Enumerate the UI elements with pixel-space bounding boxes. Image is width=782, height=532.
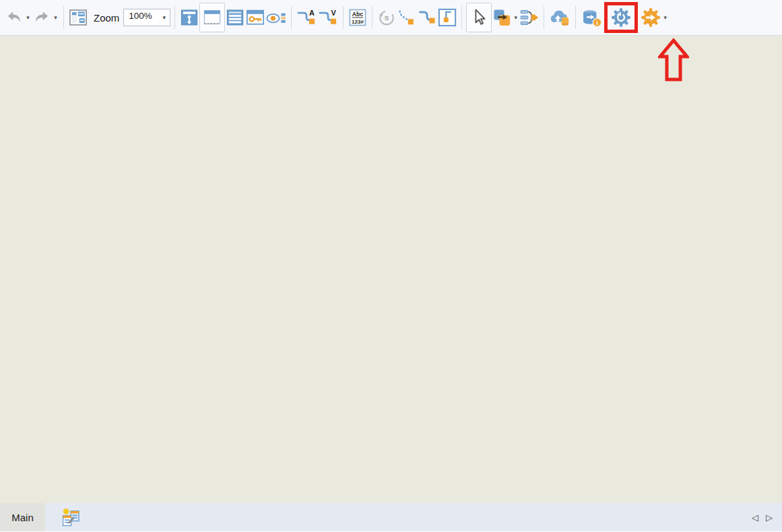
database-export-icon: i [580, 7, 603, 28]
page-nav-prev-icon[interactable]: ◁ [752, 512, 758, 523]
page-dashed-bottom-toggle[interactable] [199, 3, 225, 32]
toolbar-separator [575, 6, 576, 29]
format-123-text: 123# [352, 19, 364, 25]
text-number-format-button[interactable]: Abc 123# [348, 4, 368, 31]
tab-main[interactable]: Main [0, 503, 45, 531]
bands-list-icon [225, 7, 245, 28]
design-canvas[interactable] [0, 36, 782, 503]
undo-icon [5, 8, 24, 27]
toolbar-separator [63, 6, 64, 29]
solid-connector-button[interactable] [417, 4, 437, 31]
annotation-up-arrow [658, 38, 689, 81]
toolbar-separator [174, 6, 175, 29]
boxed-connector-icon [437, 7, 457, 28]
merge-icon [519, 7, 540, 28]
run-gear-dropdown-caret[interactable]: ▾ [661, 14, 669, 21]
solid-connector-icon [417, 7, 437, 28]
merge-button[interactable] [519, 4, 540, 31]
copy-forward-icon [492, 7, 512, 28]
route-down-letter: V [331, 9, 337, 17]
key-window-icon [245, 7, 265, 28]
band-fit-height-icon [179, 7, 199, 28]
panels-layout-button[interactable] [68, 4, 88, 31]
run-gear-icon [640, 7, 661, 28]
copy-forward-button[interactable] [492, 4, 512, 31]
toolbar-separator [372, 6, 372, 29]
route-up-letter: A [309, 9, 315, 17]
zoom-label: Zoom [94, 12, 119, 24]
page-dashed-bottom-icon [202, 7, 222, 28]
add-page-icon [60, 507, 82, 527]
route-down-connector-button[interactable]: V [317, 4, 339, 31]
database-info-badge: i [597, 19, 599, 26]
toolbar-separator [544, 6, 544, 29]
pointer-icon [469, 7, 489, 28]
dashed-connector-icon [397, 7, 417, 28]
zoom-combobox[interactable]: 100% ▾ [123, 9, 170, 26]
eye-preview-icon [265, 7, 287, 28]
toolbar-separator [291, 6, 292, 29]
zoom-value[interactable]: 100% [124, 9, 158, 26]
database-export-button[interactable]: i [580, 4, 603, 31]
page-nav-next-icon[interactable]: ▷ [766, 512, 773, 523]
annotation-highlight-box [604, 2, 638, 33]
page-nav: ◁ ▷ [752, 512, 773, 523]
route-down-connector-icon: V [317, 7, 339, 28]
loop-letter: S [385, 14, 389, 22]
copy-forward-dropdown-caret[interactable]: ▾ [512, 14, 519, 21]
band-fit-height-button[interactable] [179, 4, 199, 31]
pointer-tool-toggle[interactable] [466, 3, 492, 32]
route-up-connector-icon: A [296, 7, 317, 28]
toolbar-separator [343, 6, 344, 29]
sync-settings-gear-button[interactable] [610, 6, 632, 29]
loop-button[interactable]: S [377, 4, 397, 31]
format-abc-text: Abc [352, 11, 364, 18]
sync-settings-gear-icon [610, 7, 632, 28]
loop-icon: S [377, 7, 397, 28]
boxed-connector-button[interactable] [437, 4, 457, 31]
text-number-format-icon: Abc 123# [348, 7, 368, 28]
dashed-connector-button[interactable] [397, 4, 417, 31]
main-toolbar: ▾ ▾ Zoom 100% ▾ [0, 0, 782, 36]
add-page-button[interactable] [60, 507, 82, 527]
route-up-connector-button[interactable]: A [296, 4, 317, 31]
undo-dropdown-caret[interactable]: ▾ [24, 14, 32, 21]
cloud-upload-data-button[interactable] [548, 4, 571, 31]
key-window-button[interactable] [245, 4, 265, 31]
cloud-upload-data-icon [548, 7, 571, 28]
zoom-dropdown-caret[interactable]: ▾ [158, 9, 170, 26]
run-gear-button[interactable] [640, 4, 661, 31]
redo-dropdown-caret[interactable]: ▾ [52, 14, 59, 21]
redo-button[interactable] [32, 4, 52, 31]
eye-preview-button[interactable] [265, 4, 287, 31]
bands-list-button[interactable] [225, 4, 245, 31]
toolbar-separator [461, 6, 462, 29]
panels-layout-icon [68, 7, 88, 28]
redo-icon [32, 8, 51, 27]
undo-button[interactable] [4, 4, 24, 31]
page-tab-bar: Main ◁ ▷ [0, 503, 782, 531]
